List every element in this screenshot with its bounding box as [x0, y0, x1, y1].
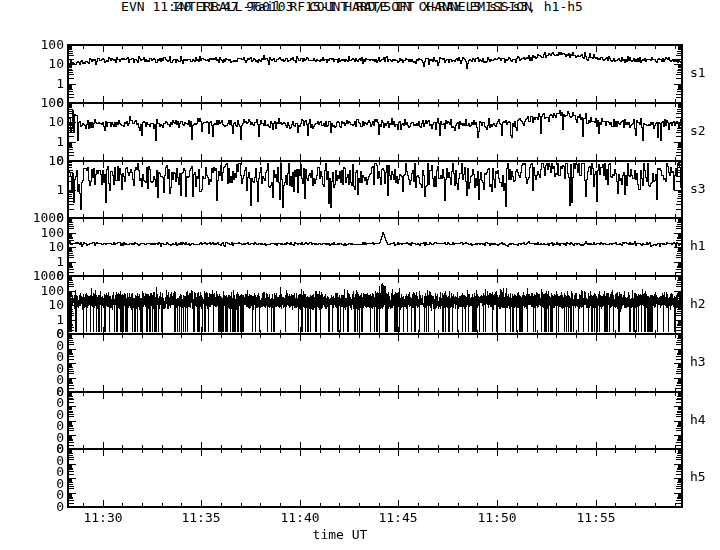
xtick-label: 11:40: [270, 511, 330, 525]
ytick-label: 100: [0, 96, 64, 110]
panel-label: h4: [690, 413, 720, 427]
plot-canvas: [0, 0, 720, 550]
xtick-label: 11:30: [73, 511, 133, 525]
plot-screenshot-root: INTERBALL-Tail RF15-I HARD/SOFT X-RAY EM…: [0, 0, 720, 550]
ytick-label: 10: [0, 115, 64, 129]
ytick-label: 100: [0, 226, 64, 240]
xtick-label: 11:45: [368, 511, 428, 525]
panel-label: h2: [690, 297, 720, 311]
xtick-label: 11:35: [171, 511, 231, 525]
xtick-label: 11:55: [566, 511, 626, 525]
panel-label: s3: [690, 182, 720, 196]
ytick-label: 1: [0, 255, 64, 269]
panel-label: h1: [690, 239, 720, 253]
ytick-label: 1000: [0, 211, 64, 225]
ytick-label: 1000: [0, 269, 64, 283]
panel-label: h3: [690, 355, 720, 369]
ytick-label: 100: [0, 38, 64, 52]
ytick-label: 10: [0, 298, 64, 312]
xtick-label: 11:50: [467, 511, 527, 525]
panel-label: s2: [690, 124, 720, 138]
ytick-label: 100: [0, 284, 64, 298]
ytick-label: 1: [0, 135, 64, 149]
ytick-label: 1: [0, 313, 64, 327]
ytick-label: 1: [0, 77, 64, 91]
ytick-label: 10: [0, 57, 64, 71]
ytick-label: 0: [0, 500, 64, 514]
x-axis-title: time UT: [296, 528, 384, 542]
panel-label: h5: [690, 470, 720, 484]
ytick-label: 10: [0, 154, 64, 168]
ytick-label: 1: [0, 183, 64, 197]
panel-label: s1: [690, 66, 720, 80]
ytick-label: 10: [0, 240, 64, 254]
